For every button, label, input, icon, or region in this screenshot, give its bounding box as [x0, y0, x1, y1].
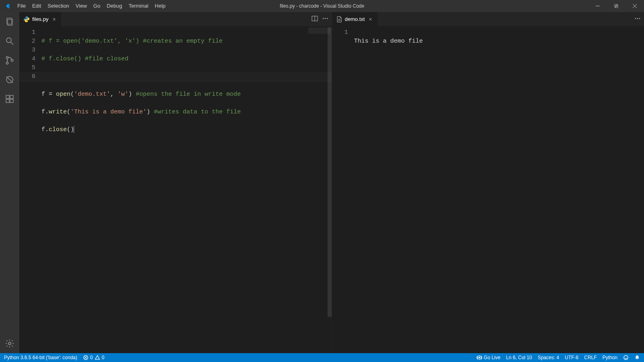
- menu-terminal[interactable]: Terminal: [125, 0, 151, 12]
- svg-point-33: [479, 357, 480, 358]
- svg-point-27: [637, 18, 638, 19]
- status-encoding[interactable]: UTF-8: [565, 355, 578, 360]
- source-control-icon[interactable]: [0, 51, 19, 70]
- svg-point-11: [11, 60, 13, 62]
- svg-rect-17: [10, 99, 13, 103]
- svg-rect-16: [6, 99, 9, 103]
- status-indentation[interactable]: Spaces: 4: [538, 355, 559, 360]
- svg-point-34: [624, 356, 628, 360]
- svg-point-26: [635, 18, 636, 19]
- svg-rect-15: [10, 95, 13, 99]
- status-bar: Python 3.6.5 64-bit ('base': conda) 0 0 …: [0, 353, 644, 362]
- line-number-gutter: 1: [332, 26, 354, 353]
- debug-icon[interactable]: [0, 70, 19, 89]
- tab-files-py[interactable]: files.py ×: [19, 12, 62, 26]
- svg-rect-14: [6, 95, 9, 99]
- tab-label: files.py: [32, 16, 48, 22]
- status-feedback-icon[interactable]: [623, 355, 629, 360]
- editor-group-left: files.py × 1 2 3 4 5 6: [19, 12, 332, 353]
- vscode-logo-icon: [0, 3, 14, 9]
- menu-selection[interactable]: Selection: [44, 0, 72, 12]
- svg-point-18: [8, 342, 11, 345]
- menu-file[interactable]: File: [14, 0, 29, 12]
- maximize-button[interactable]: [607, 0, 625, 12]
- status-language[interactable]: Python: [603, 355, 617, 360]
- svg-point-7: [6, 38, 11, 43]
- scrollbar-thumb[interactable]: [328, 27, 332, 317]
- status-python-interpreter[interactable]: Python 3.6.5 64-bit ('base': conda): [4, 355, 77, 360]
- settings-gear-icon[interactable]: [0, 334, 19, 353]
- more-actions-icon[interactable]: [322, 15, 328, 23]
- python-file-icon: [23, 16, 30, 23]
- menu-view[interactable]: View: [72, 0, 90, 12]
- tab-label: demo.txt: [345, 16, 365, 22]
- code-editor-left[interactable]: 1 2 3 4 5 6 # f = open('demo.txt', 'x') …: [19, 26, 332, 353]
- svg-point-28: [639, 18, 640, 19]
- tab-demo-txt[interactable]: demo.txt ×: [332, 12, 378, 26]
- activity-bar: [0, 12, 19, 353]
- editor-group-right: demo.txt × 1 This is a demo file: [332, 12, 644, 353]
- title-bar: File Edit Selection View Go Debug Termin…: [0, 0, 644, 12]
- code-content[interactable]: # f = open('demo.txt', 'x') #creates an …: [41, 26, 332, 353]
- text-file-icon: [336, 16, 343, 23]
- svg-point-9: [6, 57, 8, 59]
- svg-line-8: [11, 42, 13, 45]
- explorer-icon[interactable]: [0, 12, 19, 31]
- code-content[interactable]: This is a demo file: [354, 26, 644, 353]
- minimize-button[interactable]: [588, 0, 607, 12]
- svg-point-22: [324, 18, 326, 19]
- status-line-col[interactable]: Ln 6, Col 10: [506, 355, 532, 360]
- tab-strip-left: files.py ×: [19, 12, 332, 26]
- menu-edit[interactable]: Edit: [29, 0, 44, 12]
- svg-point-10: [6, 62, 8, 64]
- menu-go[interactable]: Go: [90, 0, 103, 12]
- svg-point-23: [326, 18, 328, 19]
- menu-bar: File Edit Selection View Go Debug Termin…: [14, 0, 169, 12]
- menu-help[interactable]: Help: [152, 0, 169, 12]
- svg-point-21: [322, 18, 324, 19]
- status-problems[interactable]: 0 0: [83, 355, 104, 360]
- split-editor-icon[interactable]: [312, 15, 318, 23]
- line-number-gutter: 1 2 3 4 5 6: [19, 26, 41, 353]
- search-icon[interactable]: [0, 31, 19, 51]
- code-editor-right[interactable]: 1 This is a demo file: [332, 26, 644, 353]
- editor-area: files.py × 1 2 3 4 5 6: [19, 12, 644, 353]
- minimap[interactable]: [308, 27, 330, 34]
- workbench: files.py × 1 2 3 4 5 6: [0, 12, 644, 353]
- status-go-live[interactable]: Go Live: [477, 355, 500, 360]
- status-notifications-icon[interactable]: [634, 355, 640, 360]
- extensions-icon[interactable]: [0, 89, 19, 109]
- tab-strip-right: demo.txt ×: [332, 12, 644, 26]
- status-eol[interactable]: CRLF: [584, 355, 597, 360]
- close-icon[interactable]: ×: [51, 16, 57, 23]
- more-actions-icon[interactable]: [634, 15, 641, 23]
- close-button[interactable]: [625, 0, 644, 12]
- menu-debug[interactable]: Debug: [103, 0, 125, 12]
- close-icon[interactable]: ×: [367, 16, 374, 23]
